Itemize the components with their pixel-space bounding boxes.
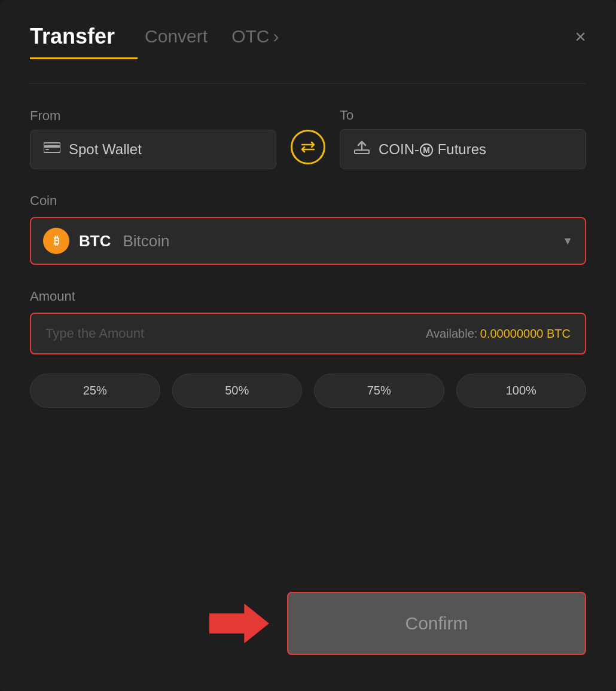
amount-section: Amount Type the Amount Available: 0.0000… <box>30 289 586 374</box>
percent-buttons: 25% 50% 75% 100% <box>30 374 586 408</box>
from-label: From <box>30 108 276 124</box>
percent-100-button[interactable]: 100% <box>456 374 587 408</box>
bottom-row: Confirm <box>30 592 586 655</box>
spacer <box>30 444 586 592</box>
confirm-button[interactable]: Confirm <box>287 592 586 655</box>
svg-rect-1 <box>44 145 60 148</box>
otc-chevron: › <box>273 26 279 47</box>
to-label: To <box>340 108 586 123</box>
available-balance: Available: 0.00000000 BTC <box>426 327 571 341</box>
coin-label: Coin <box>30 193 586 209</box>
tab-underline <box>30 57 586 59</box>
swap-button[interactable] <box>291 130 325 164</box>
tab-convert[interactable]: Convert <box>133 26 219 47</box>
arrow-container <box>30 600 287 647</box>
active-tab-indicator <box>30 57 138 59</box>
tab-otc[interactable]: OTC › <box>219 26 291 47</box>
divider <box>30 83 586 84</box>
transfer-modal: Transfer Convert OTC › × From Sp <box>0 0 616 691</box>
to-column: To COIN-M Futures <box>340 108 586 169</box>
svg-rect-2 <box>45 149 49 150</box>
coin-section: Coin ₿ BTC Bitcoin ▼ <box>30 193 586 289</box>
coin-chevron-icon: ▼ <box>562 235 573 247</box>
amount-placeholder[interactable]: Type the Amount <box>45 326 144 341</box>
from-column: From Spot Wallet <box>30 108 276 169</box>
to-wallet-text: COIN-M Futures <box>379 141 486 158</box>
to-wallet-selector[interactable]: COIN-M Futures <box>340 129 586 169</box>
swap-container <box>276 113 340 164</box>
svg-text:₿: ₿ <box>54 235 59 247</box>
coin-selector[interactable]: ₿ BTC Bitcoin ▼ <box>30 217 586 265</box>
tab-transfer[interactable]: Transfer <box>30 24 133 49</box>
from-wallet-selector[interactable]: Spot Wallet <box>30 130 276 169</box>
close-button[interactable]: × <box>575 27 586 46</box>
futures-icon <box>353 140 370 158</box>
wallet-icon <box>44 142 60 157</box>
from-to-section: From Spot Wallet <box>30 108 586 169</box>
coin-full-name: Bitcoin <box>123 232 169 250</box>
amount-input-box[interactable]: Type the Amount Available: 0.00000000 BT… <box>30 313 586 354</box>
available-value: 0.00000000 BTC <box>480 327 571 340</box>
percent-75-button[interactable]: 75% <box>314 374 444 408</box>
svg-marker-5 <box>209 604 269 644</box>
percent-50-button[interactable]: 50% <box>172 374 303 408</box>
available-label: Available: <box>426 327 477 340</box>
percent-25-button[interactable]: 25% <box>30 374 160 408</box>
svg-rect-3 <box>355 150 369 154</box>
amount-label: Amount <box>30 289 586 304</box>
coin-symbol: BTC <box>79 232 111 250</box>
tab-bar: Transfer Convert OTC › × <box>30 24 586 49</box>
from-wallet-text: Spot Wallet <box>69 141 142 158</box>
btc-icon: ₿ <box>43 228 69 254</box>
red-arrow-icon <box>209 600 269 647</box>
